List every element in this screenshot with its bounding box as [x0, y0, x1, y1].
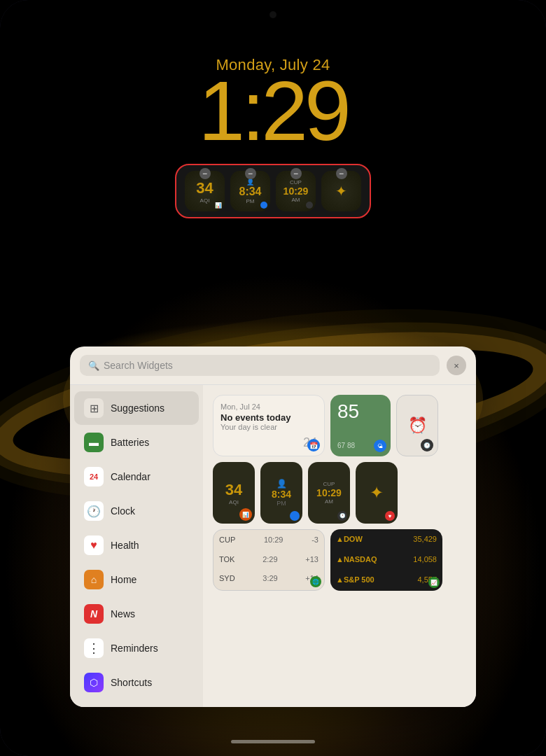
sidebar-label-calendar: Calendar — [111, 471, 150, 482]
alarm-icon: ⏰ — [408, 416, 427, 435]
ls-widget-minus-aqi[interactable]: − — [200, 168, 211, 179]
lock-screen: Monday, July 24 1:29 − 34 AQI 📊 − 👤 8:34… — [0, 0, 546, 218]
ls-widget-minus-cup[interactable]: − — [290, 168, 302, 179]
stocks-badge: 📈 — [428, 577, 440, 588]
time-badge — [290, 511, 300, 521]
widget-calendar[interactable]: Mon, Jul 24 No events today Your day is … — [213, 395, 325, 456]
close-button[interactable]: × — [447, 356, 466, 375]
widget-time-small[interactable]: 👤 8:34 PM — [260, 462, 302, 524]
time-icon: 👤 — [276, 479, 287, 489]
weather-badge: 🌤 — [374, 440, 386, 452]
time-value: 8:34 — [272, 489, 291, 500]
widget-stocks[interactable]: ▲DOW 35,429 ▲NASDAQ 14,058 ▲S&P 500 4,55… — [330, 529, 442, 591]
sidebar-label-batteries: Batteries — [111, 437, 149, 448]
widget-sparkle[interactable]: ✦ ♥ — [356, 462, 398, 524]
cup-time-value: 10:29 — [316, 487, 342, 499]
widget-row-3: CUP 10:29 -3 TOK 2:29 +13 SYD 3:29 + — [213, 529, 466, 591]
health-icon: ♥ — [84, 536, 104, 555]
aqi-badge: 📊 — [239, 508, 252, 521]
ipad-frame: Monday, July 24 1:29 − 34 AQI 📊 − 👤 8:34… — [0, 0, 546, 756]
alarm-badge: 🕐 — [421, 439, 433, 451]
ls-widget-sparkle[interactable]: − ✦ — [321, 171, 361, 211]
time-sub: PM — [276, 500, 286, 507]
stock-dow: ▲DOW 35,429 — [336, 535, 437, 543]
sidebar-item-shortcuts[interactable]: ⬡ Shortcuts — [74, 666, 199, 699]
ls-widget-aqi[interactable]: − 34 AQI 📊 — [185, 171, 225, 211]
clock-icon: 🕐 — [84, 501, 104, 521]
search-placeholder: Search Widgets — [104, 360, 173, 371]
sidebar-item-clock[interactable]: 🕐 Clock — [74, 494, 199, 528]
lock-time: 1:29 — [0, 69, 546, 153]
shortcuts-icon: ⬡ — [84, 673, 104, 692]
sidebar-label-reminders: Reminders — [111, 643, 158, 654]
sidebar-item-reminders[interactable]: ⋮ Reminders — [74, 631, 199, 665]
sidebar-label-home: Home — [111, 574, 136, 585]
widget-cup-time[interactable]: CUP 10:29 AM 🕐 — [308, 462, 350, 524]
cup-label: CUP — [323, 481, 335, 487]
widget-panel: 🔍 Search Widgets × ⊞ Suggestions ▬ Batte… — [70, 346, 476, 707]
lockscreen-widget-row[interactable]: − 34 AQI 📊 − 👤 8:34 PM − CUP 1 — [175, 164, 371, 218]
stock-sp500: ▲S&P 500 4,557 — [336, 575, 437, 584]
sidebar-item-suggestions[interactable]: ⊞ Suggestions — [74, 391, 199, 425]
suggestions-icon: ⊞ — [84, 398, 104, 418]
calendar-icon: 24 — [84, 467, 104, 486]
home-bar — [231, 740, 315, 743]
aqi-value: 34 — [225, 481, 242, 499]
widgets-grid: Mon, Jul 24 No events today Your day is … — [203, 385, 476, 707]
cal-clear: Your day is clear — [220, 423, 317, 431]
home-icon: ⌂ — [84, 570, 104, 589]
sidebar: ⊞ Suggestions ▬ Batteries 24 Calendar 🕐 … — [70, 385, 203, 707]
wc-row-syd: SYD 3:29 +14 — [219, 574, 318, 582]
sparkle-badge: ♥ — [385, 511, 395, 521]
widget-alarm[interactable]: ⏰ 🕐 — [396, 395, 438, 456]
weather-temp: 85 — [337, 402, 384, 421]
sidebar-label-news: News — [111, 608, 135, 620]
cal-no-events: No events today — [220, 412, 317, 423]
widget-worldclock[interactable]: CUP 10:29 -3 TOK 2:29 +13 SYD 3:29 + — [213, 529, 325, 591]
cal-date-header: Mon, Jul 24 — [220, 402, 317, 411]
batteries-icon: ▬ — [84, 433, 104, 452]
reminders-icon: ⋮ — [84, 638, 104, 658]
ls-widget-minus-time[interactable]: − — [245, 168, 256, 179]
sidebar-label-clock: Clock — [111, 505, 135, 517]
widget-aqi[interactable]: 34 AQI 📊 — [213, 462, 255, 524]
ls-widget-time[interactable]: − 👤 8:34 PM — [230, 171, 270, 211]
cup-sub: AM — [325, 498, 333, 505]
sidebar-item-batteries[interactable]: ▬ Batteries — [74, 426, 199, 459]
sidebar-item-news[interactable]: N News — [74, 597, 199, 631]
widget-weather[interactable]: 85 67 88 🌤 — [330, 395, 391, 456]
sparkle-icon: ✦ — [370, 483, 384, 503]
aqi-label: AQI — [229, 499, 239, 505]
cup-badge: 🕐 — [337, 511, 347, 521]
worldclock-badge: 🌐 — [310, 576, 321, 587]
stock-nasdaq: ▲NASDAQ 14,058 — [336, 555, 437, 564]
search-icon: 🔍 — [88, 360, 99, 371]
wc-row-cup: CUP 10:29 -3 — [219, 536, 318, 544]
calendar-badge: 📅 — [307, 439, 320, 451]
panel-body: ⊞ Suggestions ▬ Batteries 24 Calendar 🕐 … — [70, 385, 476, 707]
ls-widget-cup[interactable]: − CUP 10:29 AM — [276, 171, 316, 211]
camera — [270, 11, 276, 18]
sidebar-label-suggestions: Suggestions — [111, 402, 164, 414]
sidebar-item-home[interactable]: ⌂ Home — [74, 563, 199, 596]
widget-row-1: Mon, Jul 24 No events today Your day is … — [213, 395, 466, 456]
search-input-wrap[interactable]: 🔍 Search Widgets — [80, 355, 440, 376]
search-bar: 🔍 Search Widgets × — [70, 346, 476, 385]
wc-row-tok: TOK 2:29 +13 — [219, 555, 318, 564]
sidebar-item-health[interactable]: ♥ Health — [74, 528, 199, 562]
sidebar-item-calendar[interactable]: 24 Calendar — [74, 460, 199, 493]
sidebar-label-shortcuts: Shortcuts — [111, 677, 152, 688]
news-icon: N — [84, 604, 104, 624]
widget-row-2: 34 AQI 📊 👤 8:34 PM CUP 10:29 — [213, 462, 466, 524]
ls-widget-minus-sparkle[interactable]: − — [336, 168, 347, 179]
sidebar-label-health: Health — [111, 540, 139, 551]
